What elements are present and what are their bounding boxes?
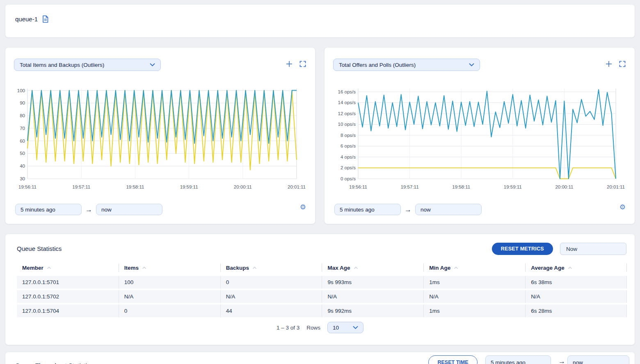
chevron-down-icon <box>469 63 474 66</box>
queue-statistics-card: Queue Statistics RESET METRICS Member It… <box>5 234 635 345</box>
svg-text:19:59:11: 19:59:11 <box>504 184 522 189</box>
backups-cell: 44 <box>220 305 322 317</box>
backups-cell: N/A <box>220 290 322 303</box>
svg-text:90: 90 <box>20 100 25 105</box>
rows-per-page-label: Rows <box>306 325 320 331</box>
max-age-cell: 9s 992ms <box>322 305 423 317</box>
svg-text:0 ops/s: 0 ops/s <box>341 176 356 181</box>
table-row: 127.0.0.1:5701 100 0 9s 993ms 1ms 6s 38m… <box>17 276 627 289</box>
range-end-input[interactable] <box>415 204 482 215</box>
items-cell: 0 <box>119 305 220 317</box>
svg-text:60: 60 <box>20 139 25 143</box>
svg-text:20:00:11: 20:00:11 <box>234 184 252 189</box>
queue-title-row: queue-1 <box>5 5 635 23</box>
svg-text:19:58:11: 19:58:11 <box>126 184 144 189</box>
chevron-down-icon <box>150 63 155 66</box>
range-start-input[interactable] <box>485 355 551 364</box>
svg-text:19:57:11: 19:57:11 <box>401 184 419 189</box>
offers-polls-chart-card: Total Offers and Polls (Outliers) 0 ops/… <box>324 47 635 224</box>
reset-time-button[interactable]: RESET TIME <box>428 355 478 364</box>
add-chart-icon[interactable] <box>606 61 612 67</box>
gear-icon[interactable]: ⚙ <box>300 204 306 211</box>
gear-icon[interactable]: ⚙ <box>619 204 626 211</box>
add-chart-icon[interactable] <box>286 61 293 67</box>
svg-text:80: 80 <box>20 113 25 118</box>
min-age-cell: 1ms <box>423 276 525 289</box>
svg-text:12 ops/s: 12 ops/s <box>338 111 356 116</box>
sort-icon <box>252 266 257 269</box>
svg-text:19:56:11: 19:56:11 <box>349 184 367 189</box>
member-cell: 127.0.0.1:5701 <box>17 276 119 289</box>
svg-text:2 ops/s: 2 ops/s <box>341 165 356 170</box>
min-age-cell: 1ms <box>423 305 525 317</box>
min-age-cell: N/A <box>423 290 525 303</box>
svg-text:6 ops/s: 6 ops/s <box>341 143 356 148</box>
svg-text:30: 30 <box>20 176 25 181</box>
offers-polls-line-chart: 0 ops/s2 ops/s4 ops/s6 ops/s8 ops/s10 op… <box>333 84 627 192</box>
chart-metric-select-label: Total Items and Backups (Outliers) <box>20 62 104 68</box>
table-header-row: Member Items Backups Max Age Min Age <box>17 261 627 274</box>
items-backups-chart-card: Total Items and Backups (Outliers) 30405… <box>5 47 315 224</box>
svg-text:40: 40 <box>20 164 25 168</box>
sort-icon <box>354 266 358 269</box>
svg-text:19:59:11: 19:59:11 <box>180 184 198 189</box>
svg-text:19:58:11: 19:58:11 <box>452 184 470 189</box>
svg-text:16 ops/s: 16 ops/s <box>338 89 356 94</box>
chart-metric-select[interactable]: Total Offers and Polls (Outliers) <box>333 59 480 71</box>
rows-per-page-select[interactable]: 10 <box>327 322 363 333</box>
fullscreen-icon[interactable] <box>619 61 626 67</box>
table-row: 127.0.0.1:5702 N/A N/A N/A N/A N/A <box>17 290 627 303</box>
average-age-cell: 6s 38ms <box>525 276 627 289</box>
range-start-input[interactable] <box>334 204 401 215</box>
document-icon[interactable] <box>42 15 49 23</box>
column-header-member[interactable]: Member <box>17 264 119 272</box>
max-age-cell: N/A <box>322 290 423 303</box>
sort-icon <box>142 266 146 269</box>
svg-text:70: 70 <box>20 126 25 131</box>
max-age-cell: 9s 993ms <box>322 276 423 289</box>
table-row: 127.0.0.1:5704 0 44 9s 992ms 1ms 6s 28ms <box>17 305 627 317</box>
range-start-input[interactable] <box>15 204 82 215</box>
chart-metric-select[interactable]: Total Items and Backups (Outliers) <box>14 59 161 71</box>
items-cell: N/A <box>119 290 220 303</box>
queue-statistics-table: Member Items Backups Max Age Min Age <box>17 261 627 317</box>
section-title: Queue Statistics <box>17 245 62 252</box>
average-age-cell: 6s 28ms <box>525 305 627 317</box>
column-header-max-age[interactable]: Max Age <box>322 264 423 272</box>
column-header-min-age[interactable]: Min Age <box>423 264 525 272</box>
svg-text:19:57:11: 19:57:11 <box>72 184 90 189</box>
column-header-items[interactable]: Items <box>119 264 220 272</box>
reset-metrics-button[interactable]: RESET METRICS <box>492 243 553 255</box>
svg-text:10 ops/s: 10 ops/s <box>338 122 356 127</box>
chart-actions <box>286 61 306 67</box>
items-backups-line-chart: 3040506070809010019:56:1119:57:1119:58:1… <box>14 84 308 192</box>
range-end-input[interactable] <box>96 204 162 215</box>
arrow-right-icon: → <box>405 206 411 213</box>
fullscreen-icon[interactable] <box>299 61 306 67</box>
column-header-average-age[interactable]: Average Age <box>525 264 627 272</box>
arrow-right-icon: → <box>558 358 565 364</box>
sort-icon <box>568 266 572 269</box>
rows-per-page-value: 10 <box>333 325 339 331</box>
chart-time-range: → <box>334 204 482 215</box>
column-header-backups[interactable]: Backups <box>220 264 322 272</box>
table-pagination: 1 – 3 of 3 Rows 10 <box>5 322 635 333</box>
items-cell: 100 <box>119 276 220 289</box>
svg-text:4 ops/s: 4 ops/s <box>341 155 356 159</box>
range-end-input[interactable] <box>567 355 629 364</box>
page: queue-1 Total Items and Backups (Outlier… <box>0 0 640 364</box>
arrow-right-icon: → <box>85 206 92 213</box>
svg-text:20:01:11: 20:01:11 <box>288 184 306 189</box>
svg-text:50: 50 <box>20 151 25 156</box>
average-age-cell: N/A <box>525 290 627 303</box>
svg-text:19:56:11: 19:56:11 <box>18 184 37 189</box>
time-travel-input[interactable] <box>560 243 626 255</box>
queue-header-card: queue-1 <box>5 4 635 38</box>
chevron-down-icon <box>353 326 358 329</box>
page-title: queue-1 <box>15 16 38 23</box>
svg-text:14 ops/s: 14 ops/s <box>338 100 356 105</box>
stats-actions: RESET METRICS <box>492 243 626 255</box>
member-cell: 127.0.0.1:5704 <box>17 305 119 317</box>
pagination-range: 1 – 3 of 3 <box>277 325 299 331</box>
chart-metric-select-label: Total Offers and Polls (Outliers) <box>339 62 416 68</box>
